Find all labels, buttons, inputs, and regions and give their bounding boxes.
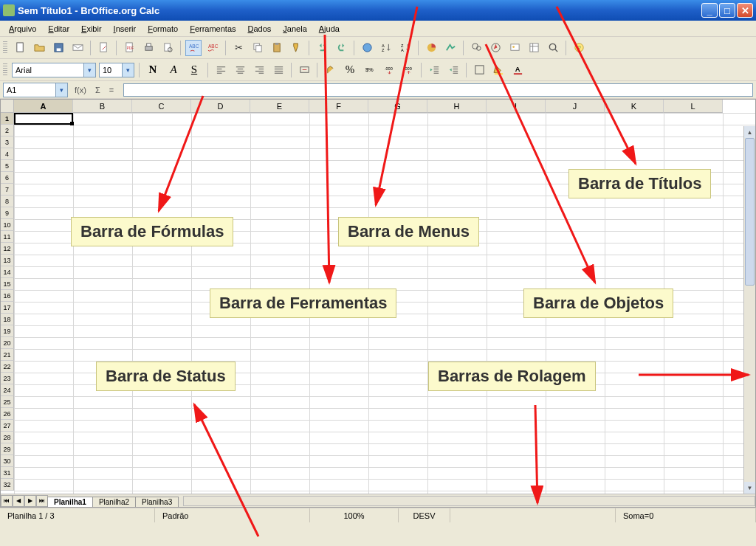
toolbar-grip[interactable]	[3, 41, 7, 55]
row-header-23[interactable]: 23	[1, 373, 14, 384]
maximize-button[interactable]: □	[719, 3, 735, 18]
scroll-down-icon[interactable]: ▼	[744, 482, 755, 494]
dropdown-icon[interactable]	[83, 63, 95, 77]
font-color-button[interactable]: A	[509, 62, 526, 78]
dropdown-icon[interactable]	[55, 83, 67, 97]
chart-button[interactable]	[423, 40, 439, 56]
row-header-3[interactable]: 3	[1, 136, 14, 148]
row-header-9[interactable]: 9	[1, 207, 14, 219]
col-header-C[interactable]: C	[132, 100, 191, 113]
col-header-H[interactable]: H	[427, 100, 487, 113]
add-decimal-button[interactable]: .000	[381, 62, 397, 78]
col-header-I[interactable]: I	[487, 100, 546, 113]
help-button[interactable]: ?	[571, 40, 587, 56]
format-paintbrush-button[interactable]	[288, 40, 304, 56]
borders-button[interactable]	[471, 62, 487, 78]
col-header-D[interactable]: D	[191, 100, 250, 113]
name-box-input[interactable]	[4, 83, 55, 97]
row-header-25[interactable]: 25	[1, 396, 14, 408]
tab-prev-button[interactable]: ◀	[13, 495, 24, 507]
save-button[interactable]	[50, 40, 66, 56]
align-justify-button[interactable]	[270, 62, 286, 78]
row-header-15[interactable]: 15	[1, 278, 14, 290]
horizontal-scrollbar[interactable]	[183, 496, 755, 506]
font-name-input[interactable]	[13, 63, 83, 77]
row-header-20[interactable]: 20	[1, 337, 14, 349]
menu-formato[interactable]: Formato	[143, 23, 182, 35]
row-header-19[interactable]: 19	[1, 325, 14, 337]
status-mode[interactable]: DESV	[399, 508, 450, 522]
row-header-2[interactable]: 2	[1, 125, 14, 136]
row-header-14[interactable]: 14	[1, 266, 14, 278]
select-all-corner[interactable]	[1, 100, 14, 113]
decrease-indent-button[interactable]	[426, 62, 442, 78]
row-header-7[interactable]: 7	[1, 184, 14, 196]
formula-input[interactable]	[123, 83, 753, 97]
row-header-22[interactable]: 22	[1, 361, 14, 373]
font-name-combo[interactable]	[12, 63, 96, 77]
toolbar-grip[interactable]	[3, 63, 7, 77]
status-zoom[interactable]: 100%	[310, 508, 399, 522]
col-header-G[interactable]: G	[368, 100, 427, 113]
font-size-combo[interactable]	[99, 63, 134, 77]
function-button[interactable]: =	[107, 86, 116, 94]
menu-editar[interactable]: Editar	[44, 23, 74, 35]
align-center-button[interactable]	[232, 62, 248, 78]
edit-doc-button[interactable]	[95, 40, 111, 56]
menu-ferramentas[interactable]: Ferramentas	[185, 23, 240, 35]
row-header-4[interactable]: 4	[1, 148, 14, 160]
font-size-input[interactable]	[100, 63, 122, 77]
row-header-32[interactable]: 32	[1, 479, 14, 491]
row-header-29[interactable]: 29	[1, 443, 14, 455]
menu-janela[interactable]: Janela	[278, 23, 311, 35]
merge-cells-button[interactable]	[296, 62, 312, 78]
sort-asc-button[interactable]: AZ	[378, 40, 394, 56]
new-doc-button[interactable]	[12, 40, 28, 56]
col-header-E[interactable]: E	[250, 100, 309, 113]
row-header-13[interactable]: 13	[1, 255, 14, 266]
row-header-6[interactable]: 6	[1, 172, 14, 184]
row-header-11[interactable]: 11	[1, 231, 14, 243]
active-cell[interactable]	[14, 113, 73, 125]
row-header-31[interactable]: 31	[1, 467, 14, 479]
menu-dados[interactable]: Dados	[244, 23, 276, 35]
redo-button[interactable]	[333, 40, 349, 56]
tab-first-button[interactable]: ⏮	[1, 495, 13, 507]
col-header-L[interactable]: L	[664, 100, 723, 113]
export-pdf-button[interactable]: PDF	[121, 40, 137, 56]
underline-button[interactable]: S	[185, 62, 203, 78]
percent-button[interactable]: %	[341, 62, 359, 78]
bg-color-button[interactable]	[490, 62, 506, 78]
row-header-27[interactable]: 27	[1, 420, 14, 432]
italic-button[interactable]: A	[165, 62, 182, 78]
row-header-1[interactable]: 1	[1, 113, 14, 125]
bold-button[interactable]: N	[144, 62, 162, 78]
row-header-17[interactable]: 17	[1, 302, 14, 314]
zoom-button[interactable]	[545, 40, 561, 56]
standard-format-button[interactable]: $%	[362, 62, 378, 78]
row-header-10[interactable]: 10	[1, 219, 14, 231]
close-button[interactable]: ✕	[737, 3, 753, 18]
row-header-5[interactable]: 5	[1, 160, 14, 172]
row-header-16[interactable]: 16	[1, 290, 14, 302]
function-wizard-button[interactable]: f(x)	[72, 86, 89, 94]
col-header-A[interactable]: A	[14, 100, 73, 113]
auto-spellcheck-button[interactable]: ABC	[205, 40, 221, 56]
col-header-F[interactable]: F	[309, 100, 368, 113]
data-sources-button[interactable]	[526, 40, 542, 56]
row-header-24[interactable]: 24	[1, 384, 14, 396]
show-draw-button[interactable]	[442, 40, 458, 56]
sheet-tab-1[interactable]: Planilha1	[47, 497, 93, 507]
copy-button[interactable]	[250, 40, 266, 56]
menu-inserir[interactable]: Inserir	[109, 23, 141, 35]
menu-exibir[interactable]: Exibir	[77, 23, 106, 35]
tab-last-button[interactable]: ⏭	[36, 495, 48, 507]
col-header-K[interactable]: K	[605, 100, 664, 113]
dropdown-icon[interactable]	[122, 63, 134, 77]
tab-next-button[interactable]: ▶	[24, 495, 36, 507]
paste-button[interactable]	[269, 40, 285, 56]
row-header-26[interactable]: 26	[1, 408, 14, 420]
scroll-up-icon[interactable]: ▲	[744, 126, 755, 138]
align-right-button[interactable]	[251, 62, 267, 78]
currency-button[interactable]	[322, 62, 338, 78]
